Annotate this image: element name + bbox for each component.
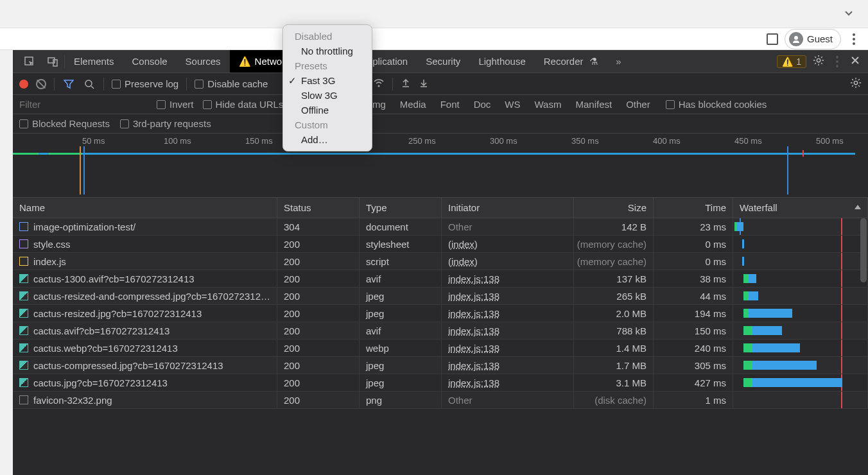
tab-security[interactable]: Security bbox=[417, 50, 469, 73]
file-type-icon bbox=[19, 274, 28, 283]
chevron-down-icon[interactable] bbox=[844, 8, 854, 20]
file-type-icon bbox=[19, 343, 28, 352]
dropdown-item-slow-3g[interactable]: Slow 3G bbox=[283, 88, 372, 103]
filter-bar: Invert Hide data URLs JS CSS Img Media F… bbox=[13, 95, 868, 114]
gear-icon[interactable] bbox=[850, 77, 862, 91]
blocked-requests-checkbox[interactable]: Blocked Requests bbox=[19, 118, 110, 129]
record-button[interactable] bbox=[19, 80, 28, 89]
profile-label: Guest bbox=[807, 33, 833, 44]
table-row[interactable]: cactus-1300.avif?cb=1670272312413200avif… bbox=[13, 270, 868, 288]
profile-button[interactable]: Guest bbox=[785, 29, 841, 49]
warning-icon: ⚠️ bbox=[239, 56, 251, 67]
file-type-icon bbox=[19, 291, 28, 300]
kebab-icon[interactable] bbox=[831, 52, 844, 71]
devtools-panel: Elements Console Sources ⚠️ Network Memo… bbox=[13, 50, 868, 475]
dropdown-item-add[interactable]: Add… bbox=[283, 132, 372, 147]
dropdown-item-no-throttling[interactable]: No throttling bbox=[283, 44, 372, 58]
preserve-log-checkbox[interactable]: Preserve log bbox=[112, 78, 178, 89]
panel-icon[interactable] bbox=[767, 33, 778, 45]
filter-type-wasm[interactable]: Wasm bbox=[532, 98, 564, 111]
svg-point-7 bbox=[854, 81, 857, 84]
disable-cache-checkbox[interactable]: Disable cache bbox=[195, 78, 268, 89]
dropdown-item-fast-3g[interactable]: Fast 3G bbox=[283, 73, 372, 88]
svg-point-6 bbox=[378, 85, 380, 87]
filter-icon[interactable] bbox=[62, 78, 75, 91]
col-header-type[interactable]: Type bbox=[360, 198, 442, 218]
upload-icon[interactable] bbox=[401, 78, 411, 90]
dropdown-header-custom: Custom bbox=[283, 117, 372, 132]
table-row[interactable]: cactus-compressed.jpg?cb=167027231241320… bbox=[13, 357, 868, 374]
throttling-dropdown: Disabled No throttling Presets Fast 3G S… bbox=[282, 24, 372, 151]
table-row[interactable]: favicon-32x32.png200pngOther(disk cache)… bbox=[13, 392, 868, 409]
col-header-status[interactable]: Status bbox=[277, 198, 360, 218]
sort-indicator-icon bbox=[855, 205, 861, 209]
table-row[interactable]: cactus.avif?cb=1670272312413200avifindex… bbox=[13, 322, 868, 340]
search-icon[interactable] bbox=[83, 78, 96, 91]
dropdown-item-offline[interactable]: Offline bbox=[283, 103, 372, 117]
gear-icon[interactable] bbox=[813, 55, 824, 68]
timeline-overview[interactable]: 50 ms 100 ms 150 ms 250 ms 300 ms 350 ms… bbox=[13, 134, 868, 198]
filter-type-doc[interactable]: Doc bbox=[471, 98, 494, 111]
network-toolbar: Preserve log Disable cache bbox=[13, 73, 868, 95]
device-toggle-icon[interactable] bbox=[41, 56, 64, 67]
table-body: image-optimization-test/304documentOther… bbox=[13, 218, 868, 475]
filter-type-manifest[interactable]: Manifest bbox=[573, 98, 614, 111]
filter-type-ws[interactable]: WS bbox=[502, 98, 523, 111]
file-type-icon bbox=[19, 378, 28, 387]
svg-point-0 bbox=[794, 36, 798, 40]
tab-console[interactable]: Console bbox=[123, 50, 177, 73]
table-row[interactable]: cactus.jpg?cb=1670272312413200jpegindex.… bbox=[13, 374, 868, 392]
file-type-icon bbox=[19, 309, 28, 318]
col-header-initiator[interactable]: Initiator bbox=[442, 198, 574, 218]
svg-point-5 bbox=[85, 80, 92, 87]
col-header-size[interactable]: Size bbox=[574, 198, 654, 218]
file-type-icon bbox=[19, 395, 28, 404]
filter-type-media[interactable]: Media bbox=[397, 98, 429, 111]
filter-type-other[interactable]: Other bbox=[623, 98, 653, 111]
filter-type-font[interactable]: Font bbox=[438, 98, 462, 111]
table-row[interactable]: cactus-resized.jpg?cb=1670272312413200jp… bbox=[13, 305, 868, 322]
table-row[interactable]: index.js200script(index)(memory cache)0 … bbox=[13, 253, 868, 270]
more-tabs-icon[interactable]: » bbox=[607, 56, 630, 67]
filter-bar-2: Blocked Requests 3rd-party requests bbox=[13, 114, 868, 134]
table-row[interactable]: image-optimization-test/304documentOther… bbox=[13, 218, 868, 236]
close-icon[interactable] bbox=[850, 55, 860, 67]
warning-icon: ⚠️ bbox=[782, 56, 793, 67]
third-party-checkbox[interactable]: 3rd-party requests bbox=[120, 118, 211, 129]
dropdown-header-disabled: Disabled bbox=[283, 29, 372, 44]
browser-tab-strip bbox=[0, 0, 868, 28]
svg-point-4 bbox=[817, 58, 820, 62]
browser-toolbar: Guest bbox=[0, 28, 868, 50]
inspect-icon[interactable] bbox=[18, 56, 41, 67]
devtools-tabs: Elements Console Sources ⚠️ Network Memo… bbox=[13, 50, 868, 73]
tab-sources[interactable]: Sources bbox=[177, 50, 230, 73]
file-type-icon bbox=[19, 361, 28, 370]
file-type-icon bbox=[19, 326, 28, 335]
avatar-icon bbox=[789, 32, 803, 46]
invert-checkbox[interactable]: Invert bbox=[157, 99, 194, 110]
tab-recorder[interactable]: Recorder⚗ bbox=[535, 50, 607, 73]
col-header-name[interactable]: Name bbox=[13, 198, 277, 218]
dropdown-header-presets: Presets bbox=[283, 58, 372, 73]
tab-elements[interactable]: Elements bbox=[65, 50, 123, 73]
clear-button[interactable] bbox=[36, 79, 46, 89]
table-row[interactable]: style.css200stylesheet(index)(memory cac… bbox=[13, 236, 868, 253]
kebab-menu-icon[interactable] bbox=[847, 30, 860, 49]
table-row[interactable]: cactus-resized-and-compressed.jpg?cb=167… bbox=[13, 288, 868, 305]
wifi-icon[interactable] bbox=[373, 77, 385, 91]
table-row[interactable]: cactus.webp?cb=1670272312413200webpindex… bbox=[13, 340, 868, 357]
requests-table: Name Status Type Initiator Size Time Wat… bbox=[13, 198, 868, 475]
has-blocked-cookies-checkbox[interactable]: Has blocked cookies bbox=[666, 99, 767, 110]
filter-input[interactable] bbox=[19, 99, 148, 110]
tab-lighthouse[interactable]: Lighthouse bbox=[469, 50, 534, 73]
file-type-icon bbox=[19, 222, 28, 231]
hide-data-urls-checkbox[interactable]: Hide data URLs bbox=[203, 99, 284, 110]
download-icon[interactable] bbox=[419, 78, 429, 90]
file-type-icon bbox=[19, 257, 28, 266]
table-header: Name Status Type Initiator Size Time Wat… bbox=[13, 198, 868, 218]
issues-badge[interactable]: ⚠️ 1 bbox=[777, 55, 806, 68]
col-header-waterfall[interactable]: Waterfall bbox=[733, 198, 868, 218]
file-type-icon bbox=[19, 239, 28, 248]
col-header-time[interactable]: Time bbox=[654, 198, 733, 218]
